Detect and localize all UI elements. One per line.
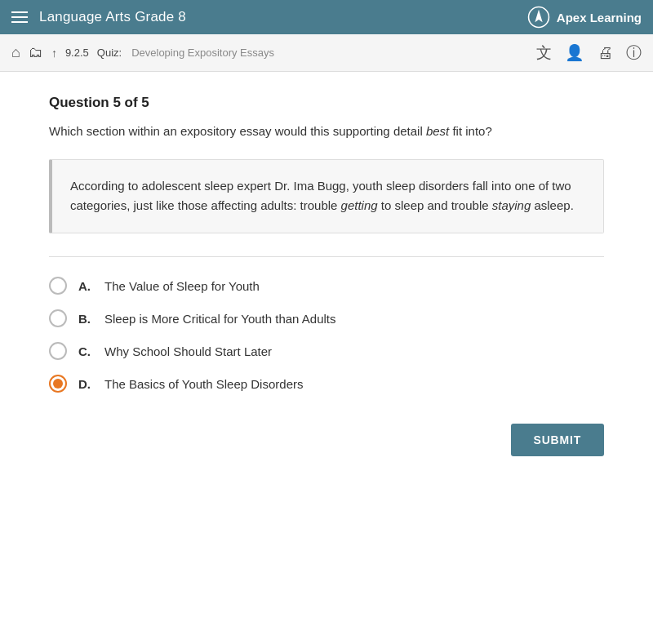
answer-text-c: Why School Should Start Later [104, 344, 272, 358]
quote-text: According to adolescent sleep expert Dr.… [70, 176, 585, 217]
question-text: Which section within an expository essay… [49, 122, 604, 141]
answer-letter-d: D. [78, 377, 93, 391]
divider [49, 256, 604, 257]
quote-block: According to adolescent sleep expert Dr.… [49, 159, 604, 234]
translate-icon[interactable]: 文 [536, 42, 552, 64]
question-header: Question 5 of 5 [49, 95, 604, 111]
answer-text-a: The Value of Sleep for Youth [104, 279, 260, 293]
quiz-title: Developing Expository Essays [131, 47, 274, 59]
submit-row: SUBMIT [49, 424, 604, 456]
course-number: 9.2.5 [65, 47, 89, 59]
answer-option-c[interactable]: C. Why School Should Start Later [49, 342, 604, 360]
answer-option-a[interactable]: A. The Value of Sleep for Youth [49, 277, 604, 295]
answer-text-d: The Basics of Youth Sleep Disorders [104, 377, 303, 391]
answer-letter-c: C. [78, 344, 93, 358]
apex-label: Apex Learning [557, 11, 642, 24]
radio-a[interactable] [49, 277, 67, 295]
home-icon[interactable]: ⌂ [11, 44, 20, 61]
submit-button[interactable]: SUBMIT [511, 424, 604, 456]
person-icon[interactable]: 👤 [565, 43, 584, 62]
apex-logo-icon [527, 6, 550, 29]
radio-d[interactable] [49, 375, 67, 393]
nav-bar: ⌂ 🗂 ↑ 9.2.5 Quiz: Developing Expository … [0, 34, 653, 72]
help-icon[interactable]: ⓘ [626, 42, 642, 64]
hamburger-menu-icon[interactable] [11, 11, 28, 23]
briefcase-icon[interactable]: 🗂 [29, 44, 43, 61]
answer-option-b[interactable]: B. Sleep is More Critical for Youth than… [49, 309, 604, 327]
radio-c[interactable] [49, 342, 67, 360]
main-content: Question 5 of 5 Which section within an … [0, 72, 653, 479]
radio-d-inner [53, 379, 63, 389]
answer-letter-a: A. [78, 279, 93, 293]
answer-options: A. The Value of Sleep for Youth B. Sleep… [49, 277, 604, 393]
print-icon[interactable]: 🖨 [597, 44, 613, 62]
top-bar: Language Arts Grade 8 Apex Learning [0, 0, 653, 34]
quiz-label: Quiz: [97, 47, 122, 59]
apex-logo: Apex Learning [527, 6, 642, 29]
up-nav-icon[interactable]: ↑ [51, 47, 57, 60]
answer-option-d[interactable]: D. The Basics of Youth Sleep Disorders [49, 375, 604, 393]
answer-letter-b: B. [78, 312, 93, 326]
page-title: Language Arts Grade 8 [39, 9, 186, 25]
answer-text-b: Sleep is More Critical for Youth than Ad… [104, 312, 336, 326]
radio-b[interactable] [49, 309, 67, 327]
